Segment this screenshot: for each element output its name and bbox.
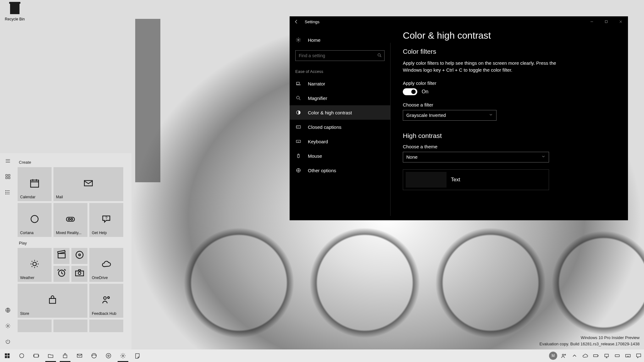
tray-chevron-up-icon[interactable] bbox=[569, 349, 580, 362]
power-icon[interactable] bbox=[0, 334, 16, 349]
svg-point-44 bbox=[108, 355, 109, 357]
sidebar-item-other-options[interactable]: Other options bbox=[290, 163, 390, 178]
contrast-icon bbox=[295, 110, 302, 115]
all-apps-list-icon[interactable] bbox=[0, 184, 16, 200]
svg-point-16 bbox=[33, 262, 36, 266]
tray-touch-keyboard-icon[interactable] bbox=[623, 349, 633, 362]
tray-input-indicator[interactable] bbox=[612, 349, 623, 362]
tile-get-help[interactable]: ? Get Help bbox=[89, 203, 123, 237]
action-center-button[interactable] bbox=[633, 349, 644, 362]
sticky-notes-button[interactable] bbox=[130, 349, 145, 362]
gear-icon bbox=[295, 37, 302, 43]
tile-mixed-reality[interactable]: Mixed Reality... bbox=[53, 203, 87, 237]
close-button[interactable] bbox=[613, 16, 628, 27]
sidebar-item-narrator[interactable]: Narrator bbox=[290, 76, 390, 91]
svg-rect-12 bbox=[66, 217, 75, 221]
sidebar-home[interactable]: Home bbox=[290, 33, 390, 47]
titlebar[interactable]: Settings bbox=[290, 16, 628, 27]
svg-rect-0 bbox=[6, 174, 7, 176]
svg-point-42 bbox=[92, 354, 97, 358]
window-title: Settings bbox=[305, 19, 319, 24]
back-button[interactable] bbox=[290, 16, 303, 27]
clapper-icon bbox=[56, 250, 67, 262]
svg-point-8 bbox=[7, 325, 9, 327]
hamburger-icon[interactable] bbox=[0, 153, 16, 169]
svg-point-19 bbox=[79, 254, 80, 256]
people-button[interactable] bbox=[558, 349, 569, 362]
tile-store[interactable]: Store bbox=[18, 284, 87, 318]
mail-button[interactable] bbox=[72, 349, 87, 362]
tile-group-play[interactable]: Play bbox=[19, 241, 128, 245]
theme-select[interactable]: None bbox=[403, 152, 549, 162]
svg-point-29 bbox=[297, 96, 299, 99]
headset-icon bbox=[65, 214, 76, 227]
svg-rect-38 bbox=[8, 356, 10, 358]
cloud-icon bbox=[101, 259, 112, 272]
tile-partial-2[interactable] bbox=[53, 320, 87, 332]
store-icon bbox=[47, 294, 58, 307]
start-button[interactable] bbox=[0, 349, 14, 362]
tile-partial-3[interactable] bbox=[89, 320, 123, 332]
minimize-button[interactable] bbox=[585, 16, 599, 27]
taskbar: M bbox=[0, 349, 644, 362]
user-avatar[interactable]: M bbox=[548, 349, 558, 362]
file-explorer-button[interactable] bbox=[43, 349, 58, 362]
tray-onedrive-icon[interactable] bbox=[580, 349, 591, 362]
pinned-tiles-icon[interactable] bbox=[0, 169, 16, 184]
weather-icon bbox=[29, 259, 40, 272]
sidebar-item-mouse[interactable]: Mouse bbox=[290, 149, 390, 163]
sidebar-item-keyboard[interactable]: Keyboard bbox=[290, 134, 390, 149]
tile-cortana[interactable]: Cortana bbox=[18, 203, 52, 237]
svg-point-6 bbox=[6, 194, 6, 195]
edge-button[interactable] bbox=[87, 349, 101, 362]
tile-partial-1[interactable] bbox=[18, 320, 52, 332]
cortana-icon bbox=[29, 214, 40, 227]
tile-weather[interactable]: Weather bbox=[18, 248, 52, 282]
settings-gear-icon[interactable] bbox=[0, 318, 16, 334]
store-button[interactable] bbox=[58, 349, 72, 362]
svg-point-43 bbox=[106, 354, 111, 358]
choose-theme-label: Choose a theme bbox=[403, 144, 622, 149]
svg-rect-9 bbox=[31, 180, 39, 187]
task-view-button[interactable] bbox=[29, 349, 43, 362]
tile-small-grid bbox=[53, 248, 87, 282]
network-globe-icon[interactable] bbox=[0, 302, 16, 318]
svg-rect-41 bbox=[77, 354, 82, 357]
tray-network-icon[interactable] bbox=[601, 349, 612, 362]
tile-label: OneDrive bbox=[92, 276, 108, 280]
mouse-icon bbox=[295, 153, 302, 159]
tray-battery-icon[interactable] bbox=[591, 349, 601, 362]
filter-select[interactable]: Grayscale Inverted bbox=[403, 110, 497, 121]
svg-rect-3 bbox=[8, 177, 10, 179]
sidebar-item-label: Magnifier bbox=[308, 96, 327, 101]
settings-button[interactable] bbox=[116, 349, 130, 362]
tile-onedrive[interactable]: OneDrive bbox=[89, 248, 123, 282]
tile-groove[interactable] bbox=[71, 248, 87, 264]
keyboard-icon bbox=[295, 139, 302, 144]
svg-rect-2 bbox=[6, 177, 7, 179]
tile-label: Cortana bbox=[20, 231, 34, 235]
sidebar-item-magnifier[interactable]: Magnifier bbox=[290, 91, 390, 105]
svg-rect-48 bbox=[594, 355, 598, 357]
sidebar-item-color-high-contrast[interactable]: Color & high contrast bbox=[290, 105, 390, 120]
apply-filter-label: Apply color filter bbox=[403, 80, 622, 86]
tile-alarms[interactable] bbox=[53, 266, 69, 282]
svg-rect-32 bbox=[296, 140, 301, 143]
start-rail bbox=[0, 153, 16, 349]
feedback-icon bbox=[101, 294, 112, 307]
recycle-bin-desktop-icon[interactable]: Recycle Bin bbox=[4, 2, 26, 21]
tile-movies[interactable] bbox=[53, 248, 69, 264]
tile-camera[interactable] bbox=[71, 266, 87, 282]
search-input[interactable] bbox=[295, 50, 385, 61]
maximize-button[interactable] bbox=[599, 16, 613, 27]
tile-mail[interactable]: Mail bbox=[53, 167, 123, 201]
tile-calendar[interactable]: Calendar bbox=[18, 167, 52, 201]
sidebar-item-closed-captions[interactable]: Closed captions bbox=[290, 120, 390, 134]
settings-sidebar: Home Ease of Access Narrator Magnifier C… bbox=[290, 27, 390, 220]
photos-button[interactable] bbox=[101, 349, 116, 362]
apply-filter-toggle[interactable] bbox=[403, 88, 417, 95]
tile-feedback-hub[interactable]: Feedback Hub bbox=[89, 284, 123, 318]
theme-preview: Text bbox=[403, 169, 549, 190]
tile-group-create[interactable]: Create bbox=[19, 160, 128, 165]
cortana-search-button[interactable] bbox=[14, 349, 29, 362]
